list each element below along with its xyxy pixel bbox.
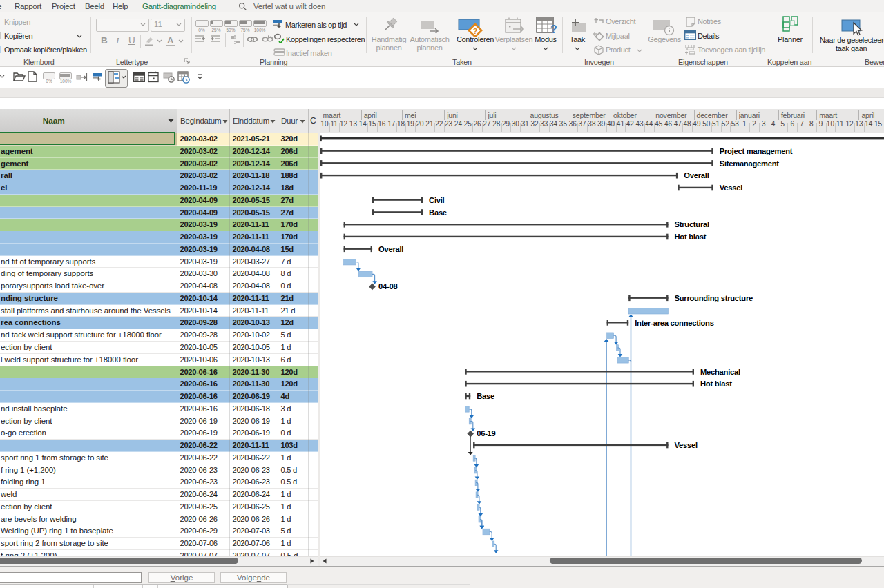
svg-text:Overall: Overall	[684, 171, 709, 179]
svg-text:Project management: Project management	[719, 147, 792, 155]
svg-text:Mechanical: Mechanical	[700, 368, 740, 376]
svg-text:04-08: 04-08	[378, 282, 397, 291]
svg-text:Surrounding structure: Surrounding structure	[674, 294, 752, 302]
svg-text:Sitemanagement: Sitemanagement	[719, 159, 779, 168]
svg-text:Base: Base	[477, 392, 494, 400]
svg-text:?: ?	[473, 27, 478, 35]
svg-text:Hot blast: Hot blast	[674, 233, 706, 241]
svg-text:Base: Base	[429, 208, 447, 217]
svg-text:Overall: Overall	[378, 245, 403, 253]
svg-text:06-19: 06-19	[477, 429, 495, 438]
svg-text:Vessel: Vessel	[674, 441, 697, 449]
svg-text:?: ?	[550, 23, 557, 35]
svg-text:Inter-area connections: Inter-area connections	[635, 319, 714, 327]
svg-text:Civil: Civil	[429, 196, 445, 204]
svg-text:Structural: Structural	[674, 220, 709, 228]
svg-text:Hot blast: Hot blast	[700, 380, 732, 388]
svg-text:Vessel: Vessel	[719, 184, 742, 192]
